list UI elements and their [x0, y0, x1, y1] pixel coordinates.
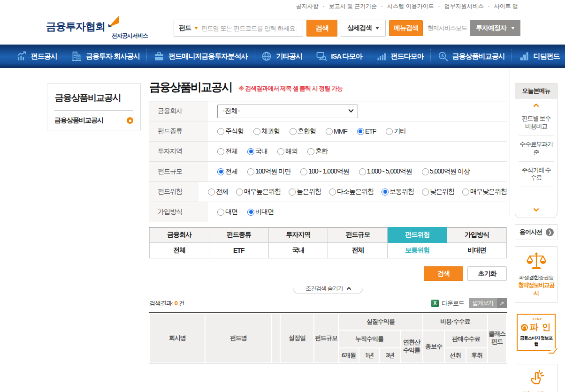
col-header-real-return[interactable]: 실질수익률 — [339, 314, 422, 330]
search-button[interactable]: 검색 — [424, 266, 463, 281]
radio-label: 국내 — [255, 147, 267, 156]
nav-item-fund-damoa[interactable]: 펀드다모아 — [369, 49, 430, 63]
utility-link-system-guide[interactable]: 시스템 이용가이드 — [377, 2, 434, 10]
radio-option[interactable]: 100~ 1,000억원 — [300, 167, 349, 176]
company-select-value: -전체- — [222, 107, 240, 115]
nav-item-fund-disclosure[interactable]: 펀드공시 — [9, 49, 64, 63]
main-nav: 펀드공시 금융투자 회사공시 펀드매니저금융투자분석사 기타공시 ISA 다모아… — [0, 45, 565, 68]
utility-bar: 공지사항 보고서 및 근거기준 시스템 이용가이드 업무지원서비스 사이트 맵 — [0, 0, 565, 13]
col-header-fees[interactable]: 비용·수수료 — [423, 314, 487, 330]
col-header-1year[interactable]: 1년 — [359, 348, 379, 362]
bar-chart-icon — [376, 51, 387, 62]
col-header-cumulative-return[interactable]: 누적수익률 — [339, 331, 400, 347]
radio-icon — [422, 168, 429, 175]
radio-option[interactable]: 대면 — [217, 208, 237, 216]
radio-icon — [253, 128, 260, 135]
radio-option[interactable]: 채권형 — [253, 127, 280, 136]
radio-option[interactable]: 매우높은위험 — [236, 188, 281, 196]
radio-label: 비대면 — [255, 208, 274, 216]
col-header-class-fund[interactable]: 클래스펀드 — [488, 314, 506, 362]
wide-view-button[interactable]: 넓게보기 ↗ — [469, 298, 507, 308]
nav-item-didim-fund[interactable]: 디딤펀드 — [512, 49, 565, 63]
nav-item-other-disclosure[interactable]: 기타공시 — [254, 49, 309, 63]
col-header-6month[interactable]: 6개월 — [339, 348, 359, 362]
radio-icon — [300, 168, 307, 175]
col-header-back-load[interactable]: 후취 — [466, 348, 487, 362]
menu-search-button[interactable]: 메뉴검색 — [389, 20, 423, 36]
utility-link-sitemap[interactable]: 사이트 맵 — [484, 2, 518, 10]
radio-option[interactable]: 높은위험 — [289, 188, 321, 196]
utility-link-report-criteria[interactable]: 보고서 및 근거기준 — [319, 2, 377, 10]
radio-option[interactable]: 100억원 미만 — [247, 167, 290, 176]
logo[interactable]: 금융투자협회 전자공시서비스 — [46, 20, 154, 40]
radio-option[interactable]: 전체 — [208, 188, 228, 196]
col-header-fund-size[interactable]: 펀드규모 — [314, 314, 338, 362]
radio-option[interactable]: 전체 — [217, 147, 237, 156]
radio-option-selected[interactable]: 비대면 — [247, 208, 274, 216]
fund-info-oneclick-banner[interactable]: 펀드정보 One-click시스템 — [515, 364, 557, 392]
col-header-annualized-return[interactable]: 연환산수익률 — [401, 331, 422, 362]
radio-option[interactable]: MMF — [326, 128, 347, 135]
search-category-dropdown[interactable]: 펀드 — [179, 24, 191, 32]
col-header-front-load[interactable]: 선취 — [445, 348, 466, 362]
header-search-button[interactable]: 검색 — [306, 20, 337, 37]
radio-option[interactable]: 1,000~ 5,000억원 — [359, 167, 412, 176]
nav-item-isa-damoa[interactable]: ISA 다모아 — [309, 49, 369, 63]
download-button[interactable]: 다운로드 — [442, 299, 464, 308]
company-select[interactable]: -전체- — [217, 105, 358, 118]
collapse-tab-label: 조건검색 숨기기 — [305, 285, 343, 293]
col-header-sales-fee[interactable]: 판매수수료 — [445, 331, 487, 347]
radio-option[interactable]: 혼합 — [307, 147, 328, 156]
radio-label: 전체 — [225, 167, 237, 176]
search-input[interactable] — [201, 25, 298, 32]
radio-option[interactable]: 5,000억원 이상 — [422, 167, 470, 176]
radio-option-selected[interactable]: ETF — [357, 128, 376, 135]
utility-link-biz-support[interactable]: 업무지원서비스 — [434, 2, 484, 10]
col-header-inception-date[interactable]: 설정일 — [281, 314, 313, 362]
radio-option[interactable]: 낮은위험 — [422, 188, 454, 196]
glossary-button[interactable]: 용어사전 ❯ — [515, 224, 557, 240]
col-header-company[interactable]: 회사명 — [150, 314, 205, 362]
diagonal-arrow-icon: ↗ — [497, 298, 507, 308]
radio-option-selected[interactable]: 국내 — [247, 147, 267, 156]
today-menu-item[interactable]: 주식거래 수수료 — [519, 162, 554, 188]
radio-selected-icon — [217, 168, 224, 175]
radio-option[interactable]: 주식형 — [217, 127, 244, 136]
nav-item-fund-manager-analyst[interactable]: 펀드매니저금융투자분석사 — [146, 49, 254, 63]
nav-item-product-comparison[interactable]: $ 금융상품비교공시 — [430, 49, 512, 63]
summary-value: 비대면 — [447, 243, 507, 258]
reset-button[interactable]: 초기화 — [467, 266, 507, 281]
col-header-fund-name[interactable]: 펀드명 — [206, 314, 271, 362]
radio-icon — [329, 188, 336, 196]
col-header-3year[interactable]: 3년 — [380, 348, 400, 362]
radio-label: 1,000~ 5,000억원 — [367, 167, 412, 176]
scroll-down-icon[interactable] — [533, 206, 539, 212]
today-menu-item[interactable]: 수수료부과기준 — [519, 136, 554, 162]
collapse-conditions-tab[interactable]: 조건검색 숨기기 — [293, 283, 363, 294]
radio-option-selected[interactable]: 전체 — [217, 167, 237, 176]
radio-icon — [326, 128, 333, 135]
fine-portal-banner[interactable]: FINE 파 인 금융소비자 정보포털 — [517, 314, 556, 351]
detail-search-button[interactable]: 상세검색 — [341, 20, 386, 37]
category-chevron-down-icon[interactable] — [194, 27, 198, 30]
nav-label: 디딤펀드 — [534, 52, 560, 61]
search-box: 펀드 — [174, 20, 303, 37]
col-header-total-fee[interactable]: 총보수 — [423, 331, 444, 362]
service-mode-dropdown[interactable]: 투자예정자 — [470, 20, 520, 36]
radio-label: 혼합 — [315, 147, 328, 156]
utility-link-notice[interactable]: 공지사항 — [296, 2, 319, 10]
scroll-up-icon[interactable] — [533, 103, 539, 109]
radio-option[interactable]: 매우낮은위험 — [462, 188, 507, 196]
logo-title: 금융투자협회 — [46, 21, 105, 32]
derivatives-comparison-banner[interactable]: 파생결합증권등 청약정보비교공시 — [515, 246, 557, 303]
sidebar-item-product-comparison[interactable]: 금융상품비교공시 — [47, 111, 140, 130]
radio-option[interactable]: 혼합형 — [290, 127, 316, 136]
today-menu-item[interactable]: 펀드별 보수비용비교 — [519, 110, 554, 136]
radio-option-selected[interactable]: 보통위험 — [382, 188, 414, 196]
radio-option[interactable]: 해외 — [277, 147, 298, 156]
radio-option[interactable]: 기타 — [386, 127, 406, 136]
fine-subtitle: 금융소비자 정보포털 — [519, 335, 554, 347]
results-table-wrap: 회사명 펀드명 설정일 펀드규모 실질수익률 비용·수수료 클래스펀드 누적수익… — [149, 312, 507, 364]
radio-option[interactable]: 다소높은위험 — [329, 188, 374, 196]
nav-item-company-disclosure[interactable]: 금융투자 회사공시 — [64, 49, 146, 63]
